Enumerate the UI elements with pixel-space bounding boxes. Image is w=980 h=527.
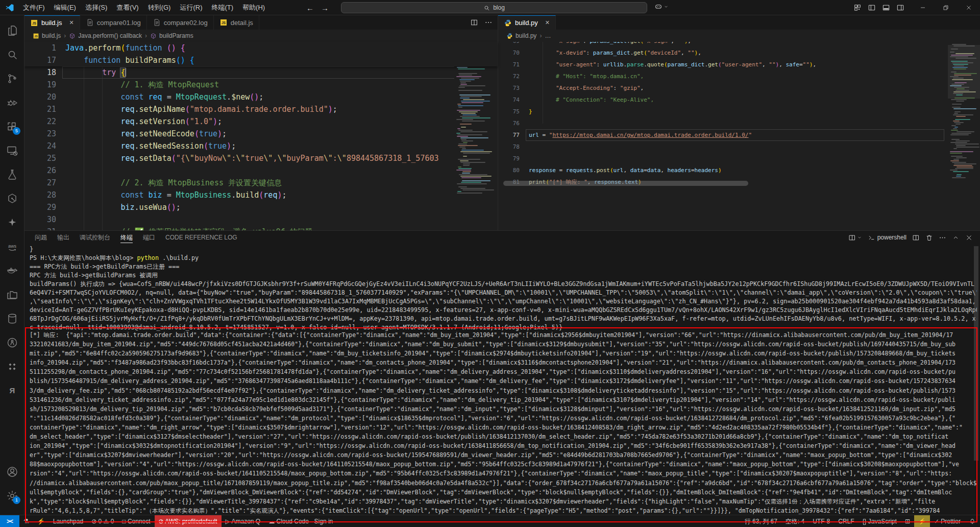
split-terminal-icon[interactable]	[912, 234, 920, 242]
horizontal-scrollbar[interactable]	[503, 181, 748, 186]
search-icon	[6, 49, 18, 61]
status-cloud-code[interactable]: ☁ Cloud Code - Sign in	[264, 515, 337, 527]
breadcrumb-item[interactable]: buildParams	[150, 32, 193, 39]
status-prettier[interactable]: ✓ Prettier	[930, 515, 965, 527]
panel-tab-问题[interactable]: 问题	[30, 231, 52, 244]
panel-tab-code-reference-log[interactable]: CODE REFERENCE LOG	[160, 231, 242, 244]
status-layout-status[interactable]: ⊞	[901, 515, 914, 527]
command-center-search[interactable]: blog	[341, 2, 647, 13]
activity-aws[interactable]: aws	[0, 234, 24, 258]
activity-sparkle[interactable]	[0, 210, 24, 234]
line-number: 17	[24, 54, 56, 66]
menu-转到-g[interactable]: 转到(G)	[143, 0, 176, 15]
activity-project-manager[interactable]	[0, 282, 24, 306]
status-eol[interactable]: CRLF	[834, 515, 858, 527]
activity-search[interactable]	[0, 42, 24, 66]
close-panel-icon[interactable]	[965, 234, 973, 242]
activity-extensions[interactable]: 5	[0, 114, 24, 138]
launch-profile-button[interactable]	[848, 234, 862, 242]
menu-选择-s[interactable]: 选择(S)	[81, 0, 112, 15]
right-tab-build-py[interactable]: build.py✕	[498, 15, 556, 30]
toggle-panel-icon[interactable]	[882, 4, 890, 12]
left-tab-build-js[interactable]: JSbuild.js✕	[24, 15, 80, 30]
status-launchpad[interactable]: Launchpad	[49, 515, 87, 527]
status-encoding[interactable]: UTF-8	[808, 515, 834, 527]
activity-source-control[interactable]	[0, 66, 24, 90]
breadcrumb-item[interactable]: JSbuild.js	[33, 32, 61, 39]
activity-yandex[interactable]: Я	[0, 378, 24, 402]
panel-tab-输出[interactable]: 输出	[52, 231, 75, 244]
line-number: 75	[498, 106, 520, 117]
minimap[interactable]	[454, 42, 496, 230]
status-cursor-position[interactable]: 行 63, 列 67	[741, 515, 781, 527]
status-ext-tool[interactable]: ⚗	[19, 515, 33, 527]
code-editor-build-py[interactable]: 69 "x-sign": params_dict.get("x-sign", "…	[498, 42, 980, 230]
left-tab-detail-js[interactable]: JSdetail.js	[214, 15, 259, 30]
activity-database[interactable]	[0, 306, 24, 330]
status-label: ⚡	[37, 515, 45, 527]
status-indentation[interactable]: 空格: 4	[781, 515, 808, 527]
status-bolt-badge[interactable]: ⚡	[914, 515, 930, 527]
status-language-mode[interactable]: {} JavaScript	[859, 515, 901, 527]
status-ext-bolt[interactable]: ⚡	[33, 515, 49, 527]
panel-tab-端口[interactable]: 端口	[138, 231, 160, 244]
activity-leetcode[interactable]	[0, 354, 24, 378]
status-aws-profile[interactable]: ⊘ AWS: profiledefault	[155, 515, 222, 527]
copilot-menu[interactable]	[654, 3, 669, 11]
split-editor-icon[interactable]	[470, 18, 478, 27]
minimap[interactable]	[948, 42, 980, 204]
close-tab-icon[interactable]: ✕	[545, 19, 550, 26]
status-connect[interactable]: □ Connect	[118, 515, 154, 527]
status-notifications[interactable]	[965, 515, 980, 527]
activity-explorer[interactable]	[0, 18, 24, 42]
panel-tab-终端[interactable]: 终端	[115, 231, 138, 244]
terminal-scrollbar[interactable]	[974, 246, 978, 461]
toggle-sidebar-icon[interactable]	[868, 4, 876, 12]
tab-label: build.js	[41, 19, 62, 27]
log-file-icon	[86, 18, 94, 27]
menu-运行-r[interactable]: 运行(R)	[175, 0, 207, 15]
panel-more-actions-icon[interactable]	[939, 234, 946, 242]
kill-terminal-icon[interactable]	[925, 234, 933, 242]
activity-accounts[interactable]	[0, 460, 24, 484]
panel-tab-调试控制台[interactable]: 调试控制台	[75, 231, 115, 244]
breadcrumb-item[interactable]: Java.perform() callback	[69, 32, 142, 39]
activity-live-share[interactable]	[0, 330, 24, 354]
nav-forward-icon[interactable]: →	[321, 4, 329, 12]
testing-icon	[6, 169, 18, 181]
status-remote[interactable]: ><	[0, 515, 19, 527]
maximize-panel-icon[interactable]	[952, 234, 960, 242]
customize-layout-icon[interactable]	[853, 4, 862, 12]
search-icon	[483, 5, 490, 11]
status-problems[interactable]: ⊘ 0 ⚠ 0	[87, 515, 118, 527]
editor-more-actions-icon[interactable]	[484, 18, 493, 27]
activity-codeql[interactable]	[0, 186, 24, 210]
breadcrumb[interactable]: JSbuild.js›Java.perform() callback›build…	[24, 30, 498, 42]
sparkle-icon	[6, 217, 18, 229]
menu-文件-f[interactable]: 文件(F)	[18, 0, 50, 15]
menu-帮助-h[interactable]: 帮助(H)	[238, 0, 270, 15]
close-window-button[interactable]	[957, 0, 980, 15]
menu-编辑-e[interactable]: 编辑(E)	[50, 0, 81, 15]
terminal-instance[interactable]: powershell	[868, 234, 906, 242]
menu-查看-v[interactable]: 查看(V)	[112, 0, 143, 15]
activity-testing[interactable]	[0, 162, 24, 186]
activity-settings[interactable]: 1	[0, 484, 24, 508]
breadcrumb-item[interactable]: …	[545, 32, 551, 39]
restore-button[interactable]	[934, 0, 957, 15]
line-content: }	[529, 106, 532, 117]
minimize-button[interactable]	[911, 0, 934, 15]
menu-终端-t[interactable]: 终端(T)	[207, 0, 238, 15]
close-tab-icon[interactable]: ✕	[69, 19, 74, 26]
activity-run-debug[interactable]	[0, 90, 24, 114]
left-tab-compare02-log[interactable]: compare02.log	[147, 15, 214, 30]
breadcrumb[interactable]: build.py›…	[498, 30, 980, 42]
activity-remote-explorer[interactable]	[0, 138, 24, 162]
nav-back-icon[interactable]: ←	[306, 4, 314, 12]
toggle-secondary-sidebar-icon[interactable]	[896, 4, 904, 12]
breadcrumb-item[interactable]: build.py	[506, 32, 536, 39]
status-amazon-q[interactable]: ▷ Amazon Q	[222, 515, 265, 527]
code-editor-build-js[interactable]: 18 try {19 // 1. 构造 MtopRequest20 const …	[24, 66, 498, 230]
left-tab-compare01-log[interactable]: compare01.log	[80, 15, 147, 30]
activity-docker[interactable]	[0, 258, 24, 282]
